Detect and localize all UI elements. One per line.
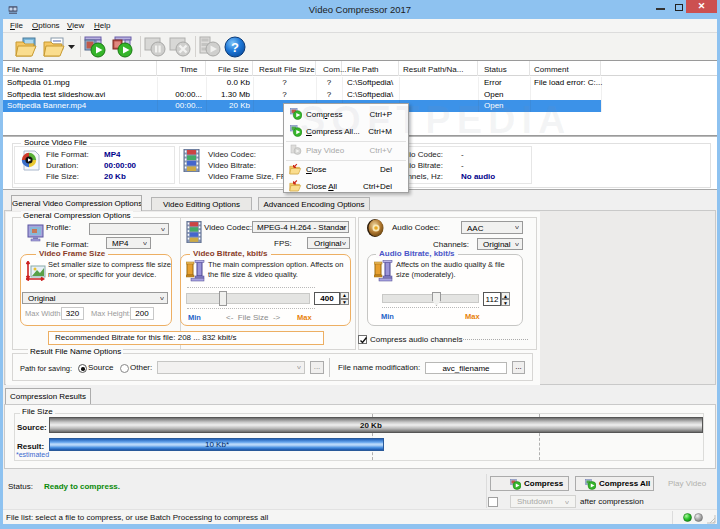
svg-text:?: ? xyxy=(231,40,239,55)
